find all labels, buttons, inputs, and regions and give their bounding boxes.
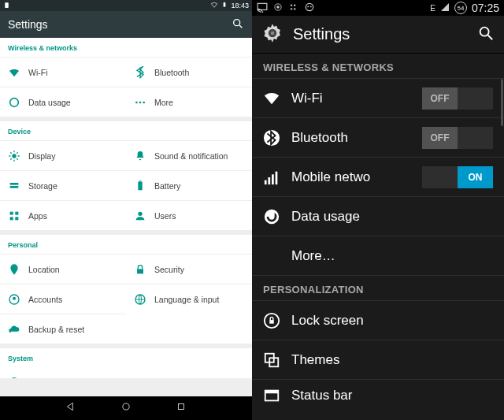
svg-point-3 — [234, 19, 240, 25]
settings-gear-icon — [261, 22, 284, 47]
item-label: Mobile netwo — [291, 169, 411, 185]
wifi-icon — [263, 90, 280, 107]
svg-point-31 — [291, 8, 292, 9]
search-icon[interactable] — [477, 24, 495, 45]
item-bluetooth[interactable]: Bluetooth — [126, 57, 252, 87]
search-icon[interactable] — [232, 17, 244, 32]
item-data-usage[interactable]: Data usage — [252, 197, 504, 236]
lock-icon — [134, 263, 146, 276]
svg-point-29 — [291, 4, 292, 6]
item-bluetooth[interactable]: Bluetooth OFF — [252, 118, 504, 158]
svg-point-39 — [480, 27, 489, 35]
item-label: Storage — [28, 181, 57, 191]
item-users[interactable]: Users — [126, 200, 252, 230]
item-battery[interactable]: Battery — [126, 170, 252, 200]
bluetooth-toggle[interactable]: OFF — [422, 127, 493, 149]
item-storage[interactable]: Storage — [0, 170, 126, 200]
item-more[interactable]: More — [126, 87, 252, 117]
svg-point-5 — [10, 98, 19, 106]
scrollbar-thumb[interactable] — [501, 79, 503, 126]
cast-icon — [257, 2, 268, 15]
svg-rect-15 — [15, 211, 18, 214]
svg-line-4 — [239, 25, 242, 28]
page-title: Settings — [8, 18, 48, 31]
accounts-icon — [8, 293, 20, 306]
item-status-bar[interactable]: Status bar — [252, 380, 504, 411]
wifi-toggle[interactable]: OFF — [422, 87, 493, 110]
item-wifi[interactable]: Wi-Fi — [0, 57, 126, 87]
svg-rect-42 — [265, 180, 267, 184]
status-time: 07:25 — [472, 2, 499, 14]
item-location[interactable]: Location — [0, 254, 126, 284]
page-title: Settings — [293, 25, 350, 43]
bluetooth-icon — [134, 66, 146, 79]
svg-point-32 — [294, 8, 295, 9]
item-label: Lock screen — [291, 313, 493, 329]
bbm-icon — [288, 2, 299, 15]
cyanogen-icon — [304, 2, 315, 15]
item-label: Themes — [291, 352, 493, 368]
svg-line-40 — [488, 35, 493, 39]
section-header-wireless: WIRELESS & NETWORKS — [252, 54, 504, 79]
svg-point-35 — [310, 6, 312, 7]
item-themes[interactable]: Themes — [252, 340, 504, 380]
item-label: Bluetooth — [154, 68, 189, 77]
item-label: More — [154, 98, 173, 107]
svg-rect-11 — [10, 186, 19, 188]
nav-home-icon[interactable] — [120, 401, 132, 415]
item-backup[interactable]: Backup & reset — [0, 314, 126, 344]
svg-rect-51 — [265, 391, 279, 394]
svg-rect-45 — [276, 171, 278, 184]
svg-point-21 — [13, 296, 16, 299]
cloud-icon — [8, 323, 20, 336]
item-data-usage[interactable]: Data usage — [0, 87, 126, 117]
svg-rect-25 — [179, 404, 184, 410]
item-label: Apps — [28, 211, 47, 221]
network-type: E — [430, 4, 435, 13]
wifi-status-icon — [210, 1, 218, 10]
item-display[interactable]: Display — [0, 140, 126, 170]
svg-rect-12 — [138, 181, 142, 190]
app-bar-right: Settings — [252, 16, 504, 54]
item-more[interactable]: More… — [252, 236, 504, 276]
svg-rect-1 — [224, 2, 226, 6]
item-label: Language & input — [154, 295, 219, 304]
spacer-icon — [263, 247, 280, 265]
status-time: 18:43 — [231, 2, 249, 9]
svg-rect-13 — [139, 180, 142, 181]
item-language[interactable]: Language & input — [126, 284, 252, 314]
svg-rect-16 — [10, 217, 13, 220]
item-security[interactable]: Security — [126, 254, 252, 284]
sim-icon — [3, 2, 10, 10]
left-screenshot: 18:43 Settings Wireless & networks Wi-Fi… — [0, 0, 252, 420]
item-label: Security — [154, 265, 184, 274]
more-icon — [134, 96, 146, 109]
item-label: More… — [291, 248, 493, 264]
bluetooth-icon — [263, 129, 280, 147]
battery-icon — [134, 180, 146, 192]
section-wireless: Wireless & networks Wi-Fi Bluetooth Data… — [0, 38, 252, 117]
mobile-toggle[interactable]: ON — [422, 166, 493, 188]
svg-rect-10 — [10, 183, 19, 185]
radio-icon — [272, 2, 284, 15]
item-mobile-networks[interactable]: Mobile netwo ON — [252, 158, 504, 197]
item-wifi[interactable]: Wi-Fi OFF — [252, 79, 504, 118]
item-label: Backup & reset — [28, 325, 84, 334]
svg-rect-2 — [224, 2, 225, 3]
item-label: Wi-Fi — [291, 91, 411, 106]
item-apps[interactable]: Apps — [0, 200, 126, 230]
item-accounts[interactable]: Accounts — [0, 284, 126, 314]
section-system: System — [0, 348, 252, 378]
data-usage-icon — [8, 96, 20, 109]
nav-recents-icon[interactable] — [176, 401, 187, 415]
item-sound[interactable]: Sound & notification — [126, 140, 252, 170]
themes-icon — [263, 351, 280, 369]
item-lock-screen[interactable]: Lock screen — [252, 301, 504, 340]
item-system-partial[interactable] — [0, 367, 126, 378]
item-label: Battery — [154, 181, 180, 191]
nav-back-icon[interactable] — [65, 401, 76, 415]
settings-scroll-left[interactable]: Wireless & networks Wi-Fi Bluetooth Data… — [0, 38, 252, 396]
svg-point-24 — [123, 403, 129, 410]
storage-icon — [8, 180, 20, 192]
item-label: Status bar — [291, 388, 493, 403]
